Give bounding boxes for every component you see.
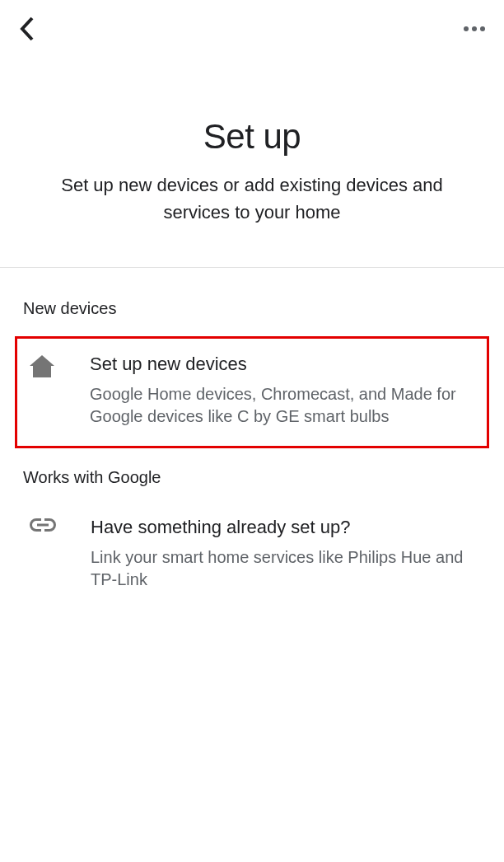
back-button[interactable]	[18, 15, 36, 43]
home-icon	[26, 354, 58, 378]
page-subtitle: Set up new devices or add existing devic…	[25, 171, 479, 226]
link-icon	[26, 517, 59, 532]
option-setup-new-devices[interactable]: Set up new devices Google Home devices, …	[15, 336, 489, 448]
section-works-with-google: Works with Google Have something already…	[0, 448, 504, 609]
section-header-new-devices: New devices	[23, 268, 481, 336]
option-title-new-devices: Set up new devices	[90, 354, 474, 375]
option-desc-link-services: Link your smart home services like Phili…	[91, 546, 473, 591]
svg-point-1	[472, 26, 477, 31]
header-bar	[0, 0, 504, 51]
option-desc-new-devices: Google Home devices, Chromecast, and Mad…	[90, 383, 474, 428]
svg-point-0	[464, 26, 469, 31]
option-text: Have something already set up? Link your…	[91, 517, 473, 591]
more-horizontal-icon	[463, 26, 486, 32]
page-title: Set up	[25, 117, 479, 157]
option-text: Set up new devices Google Home devices, …	[90, 354, 474, 428]
title-area: Set up Set up new devices or add existin…	[0, 51, 504, 267]
option-title-link-services: Have something already set up?	[91, 517, 473, 538]
section-new-devices: New devices Set up new devices Google Ho…	[0, 268, 504, 448]
svg-point-2	[480, 26, 485, 31]
back-chevron-icon	[18, 15, 36, 43]
option-link-services[interactable]: Have something already set up? Link your…	[23, 510, 481, 609]
section-header-works-with-google: Works with Google	[23, 448, 481, 510]
more-button[interactable]	[463, 26, 486, 32]
